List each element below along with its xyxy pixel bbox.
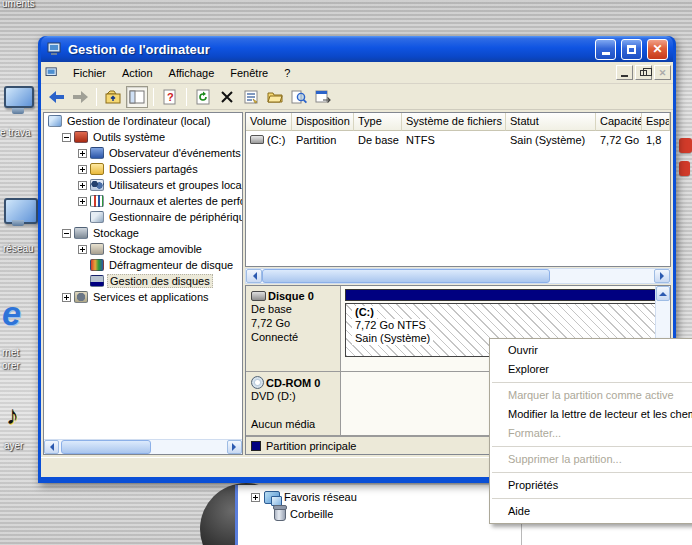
- console-tree-pane[interactable]: Gestion de l'ordinateur (local) Outils s…: [43, 112, 243, 455]
- find-button[interactable]: [288, 86, 310, 108]
- cdrom-header[interactable]: CD-ROM 0 DVD (D:) Aucun média: [246, 372, 341, 435]
- scrollbar-thumb[interactable]: [262, 269, 550, 283]
- internet-explorer-label-2[interactable]: orer: [2, 360, 20, 371]
- titlebar[interactable]: Gestion de l'ordinateur ✕: [41, 36, 673, 62]
- volume-cell: (C:): [246, 131, 292, 148]
- ctx-formater[interactable]: Formater...: [490, 424, 692, 443]
- column-header-disposition[interactable]: Disposition: [292, 113, 354, 131]
- cd-rom-icon: [251, 376, 264, 389]
- column-header-statut[interactable]: Statut: [506, 113, 596, 131]
- tree-item-defragmenteur[interactable]: Défragmenteur de disque: [44, 257, 242, 273]
- tree-item-label: Journaux et alertes de perfo: [107, 195, 243, 207]
- expander-plus-icon[interactable]: [251, 493, 260, 502]
- up-level-button[interactable]: [102, 86, 124, 108]
- ctx-ouvrir[interactable]: Ouvrir: [490, 341, 692, 360]
- scroll-left-button[interactable]: [44, 440, 59, 454]
- scrollbar-thumb[interactable]: [61, 440, 151, 454]
- forward-button[interactable]: [69, 86, 91, 108]
- scroll-up-button[interactable]: [656, 286, 670, 301]
- event-viewer-icon: [90, 147, 104, 159]
- disk0-type: De base: [251, 302, 337, 316]
- disposition-cell: Partition: [292, 131, 354, 148]
- media-player-icon[interactable]: ♪: [6, 402, 19, 428]
- tree-item-observateur-evenements[interactable]: Observateur d'événements: [44, 145, 242, 161]
- child-restore-button[interactable]: [635, 65, 652, 80]
- help-sheet-button[interactable]: ?: [159, 86, 181, 108]
- tree-item-services-applications[interactable]: Services et applications: [44, 289, 242, 305]
- tree-item-dossiers-partages[interactable]: Dossiers partagés: [44, 161, 242, 177]
- ctx-supprimer-partition[interactable]: Supprimer la partition...: [490, 450, 692, 469]
- open-folder-button[interactable]: [264, 86, 286, 108]
- tree-item-gestionnaire-peripheriques[interactable]: Gestionnaire de périphérique: [44, 209, 242, 225]
- menu-action[interactable]: Action: [114, 64, 161, 82]
- tree-item-utilisateurs-groupes[interactable]: Utilisateurs et groupes locaux: [44, 177, 242, 193]
- column-header-espace-libre[interactable]: Espace libre: [642, 113, 670, 131]
- expander-spacer: [78, 213, 87, 222]
- tree-item-corbeille[interactable]: Corbeille: [274, 506, 333, 522]
- volume-list[interactable]: Volume Disposition Type Système de fichi…: [245, 112, 671, 267]
- menu-aide[interactable]: ?: [276, 64, 298, 82]
- back-button[interactable]: [45, 86, 67, 108]
- volume-row-c[interactable]: (C:) Partition De base NTFS Sain (Systèm…: [246, 131, 670, 148]
- scroll-left-button[interactable]: [246, 269, 262, 283]
- media-player-label[interactable]: ayer: [4, 440, 23, 451]
- tree-item-outils-systeme[interactable]: Outils système: [44, 129, 242, 145]
- window-title: Gestion de l'ordinateur: [68, 42, 590, 57]
- tree-item-gestion-ordinateur[interactable]: Gestion de l'ordinateur (local): [44, 113, 242, 129]
- column-header-systeme-fichiers[interactable]: Système de fichiers: [402, 113, 506, 131]
- cdrom-media-status: Aucun média: [251, 417, 337, 431]
- collapse-icon[interactable]: [62, 229, 71, 238]
- toolbar-separator: [153, 88, 154, 106]
- child-minimize-button[interactable]: [616, 65, 633, 80]
- tree-item-stockage-amovible[interactable]: Stockage amovible: [44, 241, 242, 257]
- column-header-capacite[interactable]: Capacité: [596, 113, 642, 131]
- network-neighborhood-label[interactable]: réseau: [3, 243, 34, 254]
- collapse-icon[interactable]: [62, 133, 71, 142]
- menu-fenetre[interactable]: Fenêtre: [222, 64, 276, 82]
- expand-icon[interactable]: [78, 197, 87, 206]
- show-hide-tree-icon: [129, 89, 146, 105]
- expand-icon[interactable]: [78, 165, 87, 174]
- expand-icon[interactable]: [78, 181, 87, 190]
- list-horizontal-scrollbar[interactable]: [245, 268, 671, 284]
- ctx-modifier-lettre[interactable]: Modifier la lettre de lecteur et les che…: [490, 405, 692, 424]
- ctx-proprietes[interactable]: Propriétés: [490, 476, 692, 495]
- child-close-button[interactable]: ✕: [654, 65, 671, 80]
- menu-fichier[interactable]: Fichier: [65, 64, 114, 82]
- internet-explorer-label-1[interactable]: rnet: [2, 347, 19, 358]
- expand-icon[interactable]: [78, 245, 87, 254]
- show-hide-tree-button[interactable]: [126, 86, 148, 108]
- delete-button[interactable]: [216, 86, 238, 108]
- column-header-type[interactable]: Type: [354, 113, 402, 131]
- my-computer-icon[interactable]: [4, 86, 34, 108]
- tree-item-gestion-des-disques[interactable]: Gestion des disques: [44, 273, 242, 289]
- scroll-right-button[interactable]: [227, 440, 242, 454]
- ctx-marquer-active[interactable]: Marquer la partition comme active: [490, 386, 692, 405]
- ctx-aide[interactable]: Aide: [490, 502, 692, 521]
- child-window-icon[interactable]: [45, 67, 59, 79]
- column-header-volume[interactable]: Volume: [246, 113, 292, 131]
- network-places-icon: [264, 491, 280, 504]
- refresh-button[interactable]: [192, 86, 214, 108]
- tree-item-favoris-reseau[interactable]: Favoris réseau: [251, 489, 357, 505]
- scroll-right-button[interactable]: [654, 269, 670, 283]
- network-neighborhood-icon[interactable]: [4, 198, 38, 224]
- partition-label: (C:): [352, 306, 377, 319]
- export-list-button[interactable]: [312, 86, 334, 108]
- tree-item-stockage[interactable]: Stockage: [44, 225, 242, 241]
- menu-affichage[interactable]: Affichage: [161, 64, 223, 82]
- properties-button[interactable]: [240, 86, 262, 108]
- removable-storage-icon: [90, 243, 104, 255]
- internet-explorer-icon[interactable]: e: [2, 298, 21, 328]
- disk0-size: 7,72 Go: [251, 316, 337, 330]
- maximize-button[interactable]: [621, 39, 642, 60]
- ctx-explorer[interactable]: Explorer: [490, 360, 692, 379]
- tree-item-journaux-alertes[interactable]: Journaux et alertes de perfo: [44, 193, 242, 209]
- expand-icon[interactable]: [62, 293, 71, 302]
- tree-horizontal-scrollbar[interactable]: [44, 439, 242, 454]
- disk0-header[interactable]: Disque 0 De base 7,72 Go Connecté: [246, 286, 341, 371]
- minimize-button[interactable]: [595, 39, 616, 60]
- expand-icon[interactable]: [78, 149, 87, 158]
- close-button[interactable]: ✕: [647, 39, 668, 60]
- my-computer-label[interactable]: e trava: [0, 127, 31, 138]
